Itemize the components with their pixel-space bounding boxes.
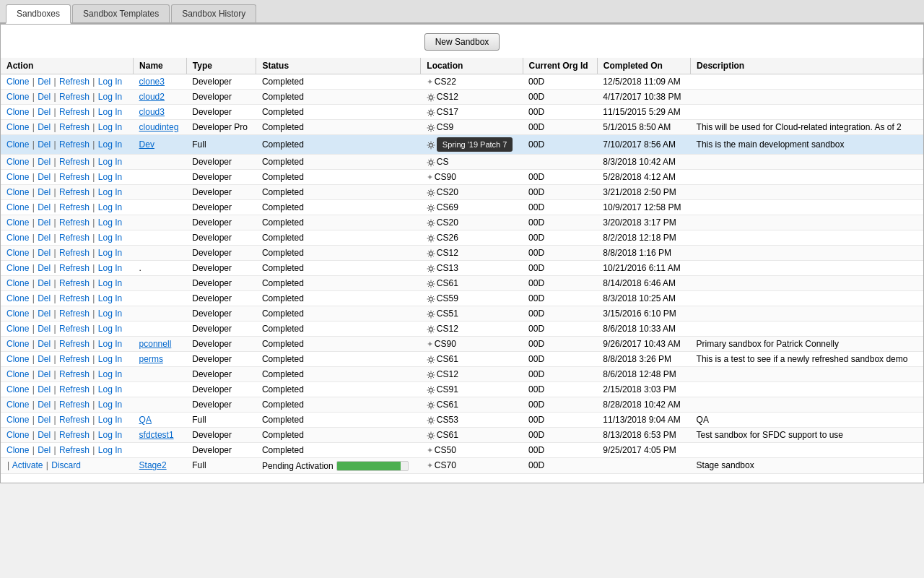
new-sandbox-button[interactable]: New Sandbox	[424, 33, 500, 51]
refresh-link[interactable]: Refresh	[59, 324, 90, 334]
login-link[interactable]: Log In	[98, 309, 122, 319]
del-link[interactable]: Del	[38, 187, 51, 197]
del-link[interactable]: Del	[38, 92, 51, 102]
refresh-link[interactable]: Refresh	[59, 369, 90, 379]
login-link[interactable]: Log In	[98, 187, 122, 197]
del-link[interactable]: Del	[38, 324, 51, 334]
del-link[interactable]: Del	[38, 248, 51, 258]
refresh-link[interactable]: Refresh	[59, 92, 90, 102]
clone-link[interactable]: Clone	[6, 400, 29, 410]
tab-sandbox-history[interactable]: Sandbox History	[171, 4, 256, 22]
login-link[interactable]: Log In	[98, 172, 122, 182]
clone-link[interactable]: Clone	[6, 139, 29, 150]
clone-link[interactable]: Clone	[6, 107, 29, 117]
clone-link[interactable]: Clone	[6, 122, 29, 132]
refresh-link[interactable]: Refresh	[59, 122, 90, 132]
del-link[interactable]: Del	[38, 77, 51, 87]
refresh-link[interactable]: Refresh	[59, 339, 90, 349]
sandbox-name-link[interactable]: perms	[139, 354, 163, 364]
login-link[interactable]: Log In	[98, 233, 122, 243]
login-link[interactable]: Log In	[98, 369, 122, 379]
del-link[interactable]: Del	[38, 400, 51, 410]
del-link[interactable]: Del	[38, 263, 51, 273]
login-link[interactable]: Log In	[98, 263, 122, 273]
refresh-link[interactable]: Refresh	[59, 77, 90, 87]
login-link[interactable]: Log In	[98, 92, 122, 102]
login-link[interactable]: Log In	[98, 445, 122, 455]
clone-link[interactable]: Clone	[6, 217, 29, 228]
refresh-link[interactable]: Refresh	[59, 157, 90, 167]
clone-link[interactable]: Clone	[6, 384, 29, 394]
refresh-link[interactable]: Refresh	[59, 415, 90, 425]
clone-link[interactable]: Clone	[6, 278, 29, 288]
del-link[interactable]: Del	[38, 415, 51, 425]
refresh-link[interactable]: Refresh	[59, 233, 90, 243]
sandbox-name-link[interactable]: pconnell	[139, 339, 172, 349]
refresh-link[interactable]: Refresh	[59, 217, 90, 228]
login-link[interactable]: Log In	[98, 384, 122, 394]
clone-link[interactable]: Clone	[6, 324, 29, 334]
login-link[interactable]: Log In	[98, 139, 122, 150]
del-link[interactable]: Del	[38, 139, 51, 150]
del-link[interactable]: Del	[38, 217, 51, 228]
del-link[interactable]: Del	[38, 430, 51, 440]
clone-link[interactable]: Clone	[6, 354, 29, 364]
login-link[interactable]: Log In	[98, 122, 122, 132]
login-link[interactable]: Log In	[98, 217, 122, 228]
sandbox-name-link[interactable]: cloudinteg	[139, 122, 179, 132]
refresh-link[interactable]: Refresh	[59, 445, 90, 455]
login-link[interactable]: Log In	[98, 248, 122, 258]
clone-link[interactable]: Clone	[6, 309, 29, 319]
sandbox-name-link[interactable]: cloud2	[139, 92, 165, 102]
clone-link[interactable]: Clone	[6, 157, 29, 167]
login-link[interactable]: Log In	[98, 400, 122, 410]
refresh-link[interactable]: Refresh	[59, 202, 90, 212]
clone-link[interactable]: Clone	[6, 92, 29, 102]
del-link[interactable]: Del	[38, 233, 51, 243]
refresh-link[interactable]: Refresh	[59, 187, 90, 197]
del-link[interactable]: Del	[38, 122, 51, 132]
clone-link[interactable]: Clone	[6, 445, 29, 455]
clone-link[interactable]: Clone	[6, 369, 29, 379]
sandbox-name-link[interactable]: Stage2	[139, 460, 167, 470]
login-link[interactable]: Log In	[98, 293, 122, 303]
sandbox-name-link[interactable]: cloud3	[139, 107, 165, 117]
del-link[interactable]: Del	[38, 157, 51, 167]
discard-link[interactable]: Discard	[51, 460, 81, 470]
refresh-link[interactable]: Refresh	[59, 354, 90, 364]
refresh-link[interactable]: Refresh	[59, 278, 90, 288]
clone-link[interactable]: Clone	[6, 77, 29, 87]
refresh-link[interactable]: Refresh	[59, 293, 90, 303]
clone-link[interactable]: Clone	[6, 293, 29, 303]
clone-link[interactable]: Clone	[6, 263, 29, 273]
clone-link[interactable]: Clone	[6, 187, 29, 197]
clone-link[interactable]: Clone	[6, 202, 29, 212]
del-link[interactable]: Del	[38, 293, 51, 303]
clone-link[interactable]: Clone	[6, 172, 29, 182]
refresh-link[interactable]: Refresh	[59, 172, 90, 182]
del-link[interactable]: Del	[38, 202, 51, 212]
del-link[interactable]: Del	[38, 107, 51, 117]
del-link[interactable]: Del	[38, 309, 51, 319]
refresh-link[interactable]: Refresh	[59, 430, 90, 440]
sandbox-name-link[interactable]: sfdctest1	[139, 430, 174, 440]
login-link[interactable]: Log In	[98, 77, 122, 87]
refresh-link[interactable]: Refresh	[59, 384, 90, 394]
clone-link[interactable]: Clone	[6, 339, 29, 349]
login-link[interactable]: Log In	[98, 278, 122, 288]
clone-link[interactable]: Clone	[6, 233, 29, 243]
del-link[interactable]: Del	[38, 172, 51, 182]
tab-sandbox-templates[interactable]: Sandbox Templates	[72, 4, 170, 22]
del-link[interactable]: Del	[38, 445, 51, 455]
login-link[interactable]: Log In	[98, 157, 122, 167]
clone-link[interactable]: Clone	[6, 415, 29, 425]
refresh-link[interactable]: Refresh	[59, 248, 90, 258]
login-link[interactable]: Log In	[98, 324, 122, 334]
del-link[interactable]: Del	[38, 354, 51, 364]
sandbox-name-link[interactable]: QA	[139, 415, 152, 425]
login-link[interactable]: Log In	[98, 415, 122, 425]
clone-link[interactable]: Clone	[6, 430, 29, 440]
login-link[interactable]: Log In	[98, 339, 122, 349]
sandbox-name-link[interactable]: Dev	[139, 139, 154, 150]
login-link[interactable]: Log In	[98, 202, 122, 212]
